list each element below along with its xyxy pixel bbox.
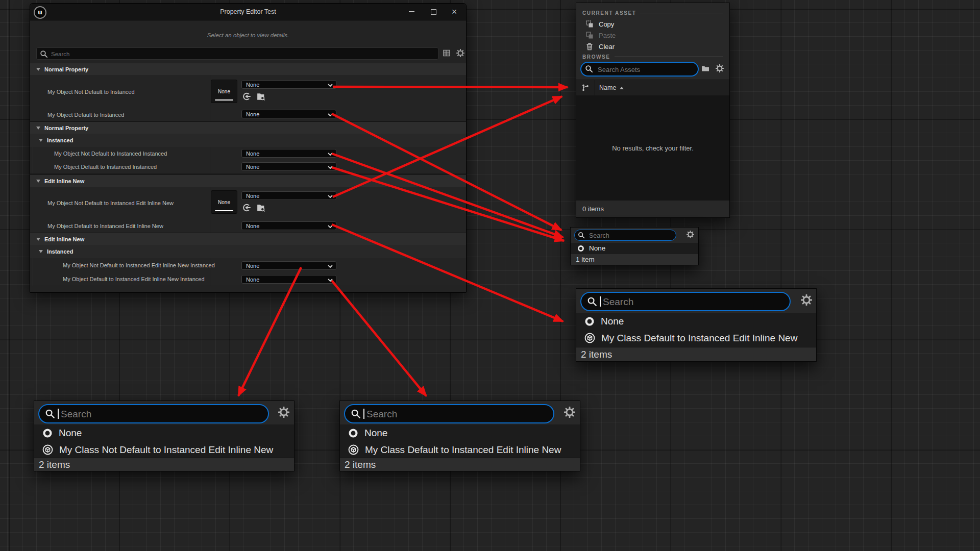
name-column-header[interactable]: Name bbox=[599, 84, 616, 91]
asset-combo-button[interactable]: None bbox=[241, 149, 336, 158]
list-item-none[interactable]: None bbox=[571, 243, 698, 254]
category-header[interactable]: Normal Property bbox=[30, 63, 466, 76]
list-item-none[interactable]: None bbox=[34, 424, 294, 441]
list-item-label: None bbox=[364, 428, 387, 439]
expander-triangle-icon bbox=[39, 250, 43, 253]
asset-combo-button[interactable]: None bbox=[241, 261, 336, 270]
details-search-input[interactable] bbox=[50, 48, 436, 60]
asset-thumbnail[interactable]: None bbox=[211, 80, 237, 103]
text-cursor bbox=[600, 296, 601, 307]
trash-icon bbox=[585, 42, 594, 51]
class-cube-icon bbox=[42, 444, 53, 455]
asset-combo-button[interactable]: None bbox=[241, 80, 336, 89]
browse-section: BROWSE bbox=[582, 54, 723, 60]
none-circle-icon bbox=[584, 316, 595, 327]
expander-triangle-icon bbox=[36, 238, 40, 241]
asset-list-header[interactable]: Name bbox=[576, 80, 729, 96]
list-item-none[interactable]: None bbox=[340, 424, 580, 441]
property-label: My Object Not Default to Instanced Insta… bbox=[54, 147, 167, 160]
class-settings-gear-icon[interactable] bbox=[687, 231, 694, 238]
list-item-none[interactable]: None bbox=[576, 313, 816, 330]
browse-to-asset-icon[interactable] bbox=[257, 92, 265, 101]
expander-triangle-icon bbox=[39, 139, 43, 142]
item-count: 1 item bbox=[576, 256, 595, 263]
asset-combo-button[interactable]: None bbox=[241, 275, 336, 284]
details-search-bar[interactable] bbox=[36, 47, 438, 60]
subcategory-header[interactable]: Instanced bbox=[30, 134, 466, 147]
class-search-bar[interactable] bbox=[580, 292, 791, 311]
asset-combo-button[interactable]: None bbox=[241, 110, 336, 118]
minimize-button[interactable] bbox=[404, 4, 419, 20]
minimize-icon bbox=[409, 11, 414, 12]
category-label: Normal Property bbox=[44, 122, 88, 134]
property-row: My Object Default to Instanced Instanced… bbox=[30, 160, 466, 174]
text-cursor bbox=[363, 409, 364, 419]
category-header[interactable]: Edit Inline New bbox=[30, 174, 466, 188]
class-search-input[interactable] bbox=[60, 405, 263, 423]
chevron-down-icon bbox=[327, 224, 333, 229]
use-selected-asset-icon[interactable] bbox=[242, 92, 251, 101]
chevron-down-icon bbox=[327, 152, 333, 157]
property-editor-window: u Property Editor Test × Select an objec… bbox=[30, 3, 467, 293]
class-picker-popup-small: None 1 item bbox=[570, 227, 699, 265]
category-header[interactable]: Edit Inline New bbox=[30, 233, 466, 246]
class-search-input[interactable] bbox=[588, 230, 673, 241]
current-asset-label: CURRENT ASSET bbox=[582, 10, 636, 16]
item-count: 0 items bbox=[582, 205, 604, 213]
chevron-down-icon bbox=[327, 165, 333, 170]
class-settings-gear-icon[interactable] bbox=[278, 407, 289, 418]
subcategory-header[interactable]: Instanced bbox=[30, 245, 466, 259]
asset-combo-button[interactable]: None bbox=[241, 191, 336, 200]
window-titlebar[interactable]: u Property Editor Test × bbox=[30, 4, 466, 20]
list-item-class[interactable]: My Class Not Default to Instanced Edit I… bbox=[34, 441, 294, 458]
use-selected-asset-icon[interactable] bbox=[242, 204, 251, 212]
view-settings-gear-icon[interactable] bbox=[716, 64, 724, 73]
display-filter-icon[interactable] bbox=[443, 49, 451, 57]
column-divider bbox=[210, 219, 210, 233]
close-button[interactable]: × bbox=[447, 4, 462, 20]
class-settings-gear-icon[interactable] bbox=[801, 294, 812, 306]
menu-item-copy[interactable]: Copy bbox=[585, 19, 614, 29]
class-picker-popup-right: None My Class Default to Instanced Edit … bbox=[576, 288, 817, 362]
list-item-label: None bbox=[589, 244, 605, 252]
asset-search-input[interactable] bbox=[597, 63, 695, 77]
list-item-label: None bbox=[59, 428, 82, 439]
property-row: My Object Default to Instanced Edit Inli… bbox=[30, 219, 466, 233]
folder-icon[interactable] bbox=[701, 64, 710, 73]
chevron-down-icon bbox=[327, 83, 333, 88]
category-header[interactable]: Normal Property bbox=[30, 121, 466, 135]
property-label: My Object Not Default to Instanced bbox=[47, 75, 135, 108]
asset-combo-button[interactable]: None bbox=[241, 221, 336, 230]
browse-to-asset-icon[interactable] bbox=[257, 204, 265, 212]
search-icon bbox=[587, 296, 597, 307]
list-item-class[interactable]: My Class Default to Instanced Edit Inlin… bbox=[340, 441, 580, 458]
class-search-input[interactable] bbox=[365, 405, 548, 423]
list-item-class[interactable]: My Class Default to Instanced Edit Inlin… bbox=[576, 330, 816, 346]
class-search-input[interactable] bbox=[602, 293, 785, 311]
class-search-bar[interactable] bbox=[344, 404, 554, 423]
class-search-bar[interactable] bbox=[574, 230, 676, 241]
property-label: My Object Default to Instanced bbox=[47, 108, 124, 121]
class-cube-icon bbox=[584, 333, 595, 343]
subcategory-label: Instanced bbox=[47, 245, 73, 258]
maximize-button[interactable] bbox=[426, 4, 441, 20]
thumbnail-label: None bbox=[218, 199, 230, 205]
combo-value: None bbox=[246, 82, 259, 88]
details-settings-gear-icon[interactable] bbox=[456, 49, 464, 57]
menu-item-paste[interactable]: Paste bbox=[585, 30, 616, 40]
chevron-down-icon bbox=[327, 194, 333, 199]
asset-thumbnail[interactable]: None bbox=[211, 190, 237, 214]
class-settings-gear-icon[interactable] bbox=[564, 407, 575, 418]
category-label: Normal Property bbox=[44, 63, 88, 76]
menu-item-clear[interactable]: Clear bbox=[585, 41, 615, 52]
thumbnail-label: None bbox=[218, 89, 230, 94]
class-search-bar[interactable] bbox=[38, 404, 269, 423]
asset-search-bar[interactable] bbox=[580, 62, 699, 77]
source-control-hierarchy-icon[interactable] bbox=[581, 84, 590, 92]
column-divider bbox=[210, 108, 210, 121]
expander-triangle-icon bbox=[36, 68, 40, 71]
search-icon bbox=[40, 50, 48, 58]
list-item-label: My Class Default to Instanced Edit Inlin… bbox=[601, 333, 797, 344]
asset-combo-button[interactable]: None bbox=[241, 162, 336, 171]
no-results-text: No results, check your filter. bbox=[612, 144, 694, 152]
